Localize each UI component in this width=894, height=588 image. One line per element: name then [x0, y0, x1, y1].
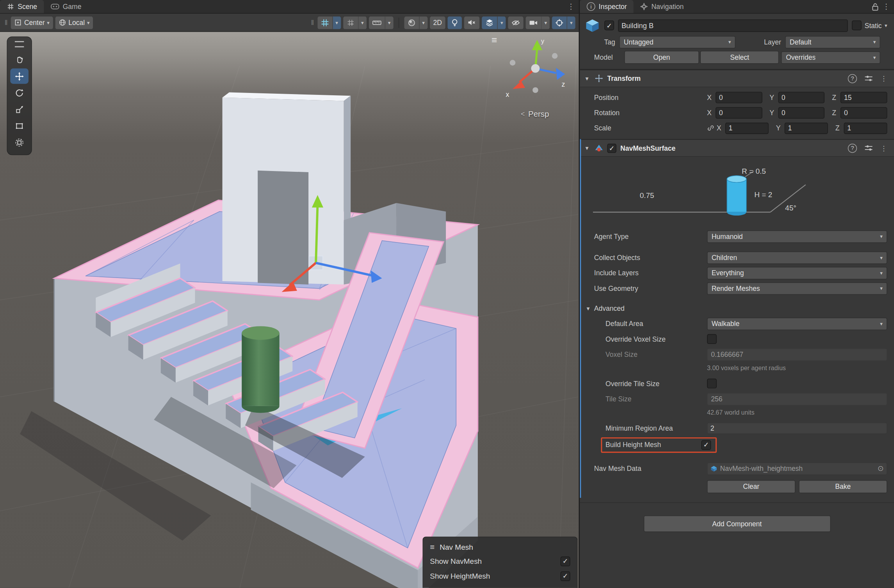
ruler-button[interactable] [369, 16, 385, 29]
measure-control: ▾ [369, 16, 393, 29]
measure-dropdown-button[interactable]: ▾ [385, 16, 393, 29]
scale-link-icon[interactable] [707, 124, 714, 132]
nav-mesh-data-field[interactable]: NavMesh-with_heightmesh ⊙ [707, 462, 887, 475]
tab-game[interactable]: Game [44, 0, 88, 13]
rotation-x-field[interactable] [716, 107, 762, 118]
presets-icon[interactable] [864, 144, 873, 152]
rotate-tool[interactable] [10, 85, 28, 100]
pivot-mode-dropdown[interactable]: Center ▾ [11, 16, 53, 29]
gizmo-negative-axis-ball[interactable] [552, 53, 558, 59]
agent-type-dropdown[interactable]: Humanoid▾ [707, 230, 887, 242]
static-checkbox[interactable]: ✓ [852, 21, 862, 30]
position-z-field[interactable] [841, 91, 887, 103]
object-picker-icon[interactable]: ⊙ [878, 464, 884, 473]
rect-tool[interactable] [10, 118, 28, 133]
model-select-button[interactable]: Select [700, 51, 779, 64]
advanced-foldout[interactable]: ▼ Advanced [580, 301, 894, 316]
model-open-button[interactable]: Open [624, 51, 699, 64]
gizmos-toggle-button[interactable] [552, 16, 567, 29]
2d-toggle-button[interactable]: 2D [430, 16, 445, 29]
collect-objects-dropdown[interactable]: Children▾ [707, 251, 887, 264]
scale-x-field[interactable] [725, 122, 769, 134]
gizmo-z-cone[interactable] [556, 68, 565, 80]
gizmo-negative-axis-ball[interactable] [510, 60, 516, 66]
help-icon[interactable]: ? [848, 143, 857, 152]
object-name-field[interactable] [618, 19, 848, 32]
grid-toggle-button[interactable] [317, 16, 332, 29]
model-cube-icon [584, 18, 600, 34]
position-x-field[interactable] [716, 91, 762, 103]
scene-visibility-button[interactable] [508, 16, 523, 29]
use-geometry-dropdown[interactable]: Render Meshes▾ [707, 282, 887, 294]
foldout-icon[interactable]: ▼ [584, 76, 591, 82]
audio-toggle-button[interactable] [464, 16, 479, 29]
scale-y-field[interactable] [785, 122, 828, 134]
show-navmesh-checkbox[interactable]: ✓ [561, 556, 570, 566]
transform-tool[interactable] [10, 135, 28, 150]
clear-button[interactable]: Clear [707, 480, 795, 493]
tab-navigation[interactable]: Navigation [634, 0, 691, 13]
bake-button[interactable]: Bake [799, 480, 887, 493]
minimum-region-area-field[interactable] [707, 422, 887, 434]
projection-toggle[interactable]: < Persp [521, 109, 549, 118]
shading-dropdown-button[interactable]: ▾ [419, 16, 427, 29]
lighting-toggle-button[interactable] [447, 16, 462, 29]
effects-toggle-button[interactable] [482, 16, 497, 29]
scale-z-field[interactable] [844, 122, 887, 134]
shading-mode-button[interactable] [404, 16, 419, 29]
component-menu-icon[interactable]: ⋮ [880, 75, 887, 82]
position-y-field[interactable] [778, 91, 825, 103]
lock-icon[interactable] [872, 3, 879, 11]
help-icon[interactable]: ? [848, 74, 857, 83]
navmesh-overlay-header[interactable]: ≡ Nav Mesh [430, 540, 570, 554]
component-enabled-checkbox[interactable]: ✓ [607, 143, 616, 152]
move-tool[interactable] [10, 68, 28, 84]
foldout-icon[interactable]: ▼ [584, 145, 591, 151]
game-controller-icon [51, 4, 59, 10]
scene-grid-icon [7, 3, 14, 10]
grid-visibility-control: ▾ [317, 16, 341, 29]
overrides-dropdown[interactable]: Overrides▾ [782, 51, 881, 64]
building-wall[interactable] [223, 93, 351, 285]
active-checkbox[interactable]: ✓ [604, 21, 614, 30]
snap-toggle-button[interactable] [343, 16, 358, 29]
component-menu-icon[interactable]: ⋮ [880, 144, 887, 152]
add-component-button[interactable]: Add Component [643, 515, 830, 532]
show-heightmesh-checkbox[interactable]: ✓ [561, 571, 570, 581]
scene-tab-menu-icon[interactable]: ⋮ [563, 2, 579, 11]
default-area-dropdown[interactable]: Walkable▾ [707, 317, 887, 330]
gizmo-center-ball[interactable] [531, 64, 540, 73]
inspector-menu-icon[interactable]: ⋮ [879, 2, 894, 11]
override-voxel-size-checkbox[interactable]: ✓ [707, 334, 717, 344]
rotation-y-field[interactable] [778, 107, 825, 118]
tab-scene[interactable]: Scene [0, 0, 44, 13]
gizmos-dropdown-button[interactable]: ▾ [567, 16, 575, 29]
rotation-z-field[interactable] [841, 107, 887, 118]
scene-camera-button[interactable] [526, 16, 541, 29]
view-hand-tool[interactable] [10, 52, 28, 67]
gizmo-negative-axis-ball[interactable] [532, 87, 538, 93]
gizmo-y-cone[interactable] [532, 40, 542, 50]
orientation-dropdown[interactable]: Local ▾ [55, 16, 93, 29]
green-cylinder[interactable] [242, 326, 279, 413]
tag-dropdown[interactable]: Untagged▾ [619, 36, 736, 48]
camera-dropdown-button[interactable]: ▾ [541, 16, 550, 29]
build-height-mesh-checkbox[interactable]: ✓ [701, 440, 711, 450]
presets-icon[interactable] [864, 75, 873, 82]
snap-dropdown-button[interactable]: ▾ [358, 16, 367, 29]
include-layers-dropdown[interactable]: Everything▾ [707, 267, 887, 279]
static-dropdown-icon[interactable]: ▾ [885, 23, 887, 29]
grid-dropdown-button[interactable]: ▾ [332, 16, 341, 29]
effects-dropdown-button[interactable]: ▾ [497, 16, 506, 29]
layer-dropdown[interactable]: Default▾ [785, 36, 880, 48]
gizmo-x-cone[interactable] [513, 81, 525, 89]
tool-palette-grip[interactable] [15, 41, 24, 47]
navmeshsurface-header[interactable]: ▼ ✓ NavMeshSurface ? ⋮ [580, 139, 894, 157]
overlay-menu-icon[interactable]: ≡ [492, 36, 497, 45]
tab-inspector[interactable]: i Inspector [580, 0, 634, 13]
scale-tool[interactable] [10, 102, 28, 117]
override-tile-size-checkbox[interactable]: ✓ [707, 379, 717, 388]
orientation-gizmo[interactable]: y x z [501, 36, 570, 106]
transform-header[interactable]: ▼ Transform ? ⋮ [580, 69, 894, 87]
scene-viewport[interactable]: ≡ y x z [0, 32, 579, 588]
